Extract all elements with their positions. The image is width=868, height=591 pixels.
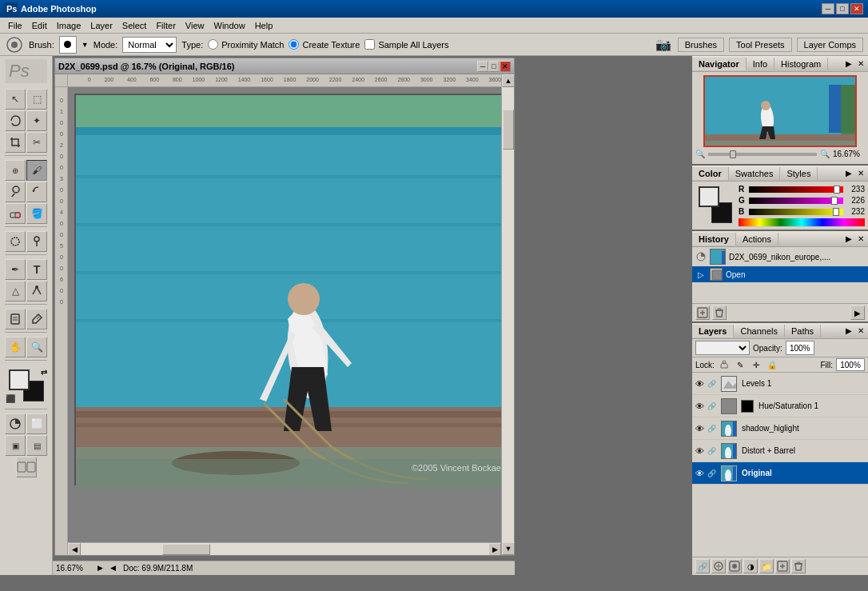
type-tool[interactable]: T — [26, 259, 47, 280]
nav-forward-btn[interactable]: ▶ — [98, 564, 107, 573]
layers-tab[interactable]: Layers — [692, 325, 734, 337]
minimize-button[interactable]: ─ — [822, 3, 834, 14]
swap-colors-icon[interactable]: ⇄ — [41, 368, 47, 377]
layer-item-2[interactable]: 👁 🔗 shadow_higlight — [692, 417, 868, 440]
history-close-btn[interactable]: ✕ — [855, 234, 866, 245]
histogram-tab[interactable]: Histogram — [774, 58, 828, 70]
jump-to-btn[interactable] — [16, 457, 37, 477]
nav-back-btn[interactable]: ◀ — [110, 564, 120, 573]
new-layer-btn[interactable] — [775, 559, 790, 573]
layer-visibility-4[interactable]: 👁 — [694, 468, 705, 479]
scroll-track[interactable] — [81, 543, 488, 556]
brush-dropdown-arrow[interactable]: ▼ — [82, 41, 89, 49]
color-close-btn[interactable]: ✕ — [855, 168, 866, 179]
layer-comps-tab[interactable]: Layer Comps — [797, 38, 863, 52]
foreground-swatch[interactable] — [699, 186, 719, 207]
paths-tab[interactable]: Paths — [785, 325, 821, 337]
proximity-radio[interactable] — [208, 39, 218, 50]
history-expand-icon[interactable]: ▷ — [695, 269, 707, 280]
quick-mask-btn[interactable] — [5, 413, 26, 434]
v-scrollbar[interactable]: ▲ ▼ — [501, 74, 514, 555]
b-slider-thumb[interactable] — [833, 208, 839, 216]
layer-visibility-3[interactable]: 👁 — [694, 445, 705, 457]
delete-state-btn[interactable] — [712, 305, 727, 320]
lasso-tool[interactable] — [5, 110, 26, 131]
layer-visibility-0[interactable]: 👁 — [694, 378, 705, 389]
layers-close-btn[interactable]: ✕ — [855, 325, 866, 337]
add-mask-btn[interactable] — [727, 559, 742, 573]
move-tool[interactable]: ↖ — [5, 89, 26, 110]
layer-link-0[interactable]: 🔗 — [707, 378, 719, 389]
lock-transparent-btn[interactable] — [718, 358, 731, 371]
navigator-options-btn[interactable]: ▶ — [842, 58, 855, 70]
menu-edit[interactable]: Edit — [27, 19, 52, 32]
new-adj-layer-btn[interactable]: ◑ — [743, 559, 758, 573]
slice-tool[interactable]: ✂ — [26, 132, 47, 153]
layer-item-0[interactable]: 👁 🔗 Levels 1 — [692, 373, 868, 395]
zoom-level[interactable]: 16.67% — [56, 564, 94, 573]
info-tab[interactable]: Info — [747, 58, 774, 70]
scroll-left-btn[interactable]: ◀ — [68, 543, 81, 556]
screen-btn3[interactable]: ▤ — [26, 435, 47, 456]
blend-mode-select[interactable]: Normal — [695, 341, 750, 355]
navigator-close-btn[interactable]: ✕ — [855, 58, 866, 70]
history-options-btn[interactable]: ▶ — [842, 233, 855, 246]
options-camera-icon[interactable]: 📷 — [654, 35, 673, 54]
scroll-thumb[interactable] — [162, 544, 210, 555]
clone-stamp-tool[interactable] — [5, 182, 26, 202]
menu-view[interactable]: View — [181, 19, 209, 32]
history-brush-tool[interactable] — [26, 182, 47, 202]
doc-minimize[interactable]: ─ — [477, 61, 488, 72]
default-colors-icon[interactable]: ⬛ — [6, 394, 15, 403]
scroll-down-btn[interactable]: ▼ — [502, 542, 515, 555]
lock-position-btn[interactable]: ✛ — [750, 358, 762, 371]
layer-link-3[interactable]: 🔗 — [707, 445, 719, 457]
marquee-tool[interactable]: ⬚ — [26, 89, 47, 110]
foreground-color-swatch[interactable] — [9, 369, 30, 390]
layer-visibility-1[interactable]: 👁 — [694, 401, 705, 412]
brush-tool[interactable]: 🖌 — [26, 160, 47, 181]
styles-tab[interactable]: Styles — [780, 167, 818, 180]
swatches-tab[interactable]: Swatches — [729, 167, 781, 180]
mode-select[interactable]: Normal Dissolve Multiply — [122, 37, 177, 53]
opacity-input[interactable] — [786, 341, 814, 355]
lock-image-btn[interactable]: ✎ — [734, 358, 747, 371]
brushes-tab[interactable]: Brushes — [678, 38, 724, 52]
eyedropper-tool[interactable] — [26, 309, 47, 329]
hand-tool[interactable]: ✋ — [5, 337, 26, 357]
menu-layer[interactable]: Layer — [86, 19, 117, 32]
create-texture-radio[interactable] — [289, 39, 299, 50]
layer-item-4[interactable]: 👁 🔗 Original — [692, 462, 868, 485]
history-item-1[interactable]: ▷ Open — [692, 266, 868, 282]
zoom-tool[interactable]: 🔍 — [26, 337, 47, 357]
menu-window[interactable]: Window — [209, 19, 250, 32]
history-tab[interactable]: History — [692, 233, 736, 246]
zoom-out-icon[interactable]: 🔍 — [820, 150, 830, 158]
screen-mode-btn[interactable]: ⬜ — [26, 413, 47, 434]
actions-tab[interactable]: Actions — [736, 233, 778, 246]
g-slider-thumb[interactable] — [831, 197, 838, 205]
layer-item-3[interactable]: 👁 🔗 Distort + Barrel — [692, 440, 868, 462]
v-scroll-thumb[interactable] — [503, 110, 514, 150]
doc-maximize[interactable]: □ — [488, 61, 500, 72]
healing-brush-tool[interactable]: ⊕ — [5, 160, 26, 181]
close-button[interactable]: ✕ — [850, 3, 863, 14]
menu-file[interactable]: File — [3, 19, 27, 32]
r-slider-thumb[interactable] — [834, 186, 840, 194]
canvas-scroll-area[interactable]: ©2005 Vincent Bockaert 123di. — [68, 87, 501, 542]
layers-options-btn[interactable]: ▶ — [842, 325, 855, 337]
scroll-up-btn[interactable]: ▲ — [502, 74, 515, 87]
r-slider-track[interactable] — [749, 186, 843, 193]
b-slider-track[interactable] — [749, 209, 843, 215]
navigator-tab[interactable]: Navigator — [692, 58, 747, 70]
history-item-0[interactable]: D2X_0699_nikon_europe,.... — [692, 247, 868, 266]
h-scrollbar[interactable]: ◀ ▶ — [68, 542, 501, 555]
sample-all-checkbox[interactable] — [364, 39, 375, 50]
layer-link-2[interactable]: 🔗 — [707, 423, 719, 434]
doc-close[interactable]: ✕ — [500, 61, 511, 72]
fill-input[interactable] — [836, 358, 865, 371]
scroll-right-btn[interactable]: ▶ — [488, 543, 501, 556]
layer-item-1[interactable]: 👁 🔗 Hue/Saturation 1 — [692, 395, 868, 417]
new-snapshot-btn[interactable] — [695, 305, 710, 320]
link-layers-btn[interactable]: 🔗 — [695, 559, 710, 573]
